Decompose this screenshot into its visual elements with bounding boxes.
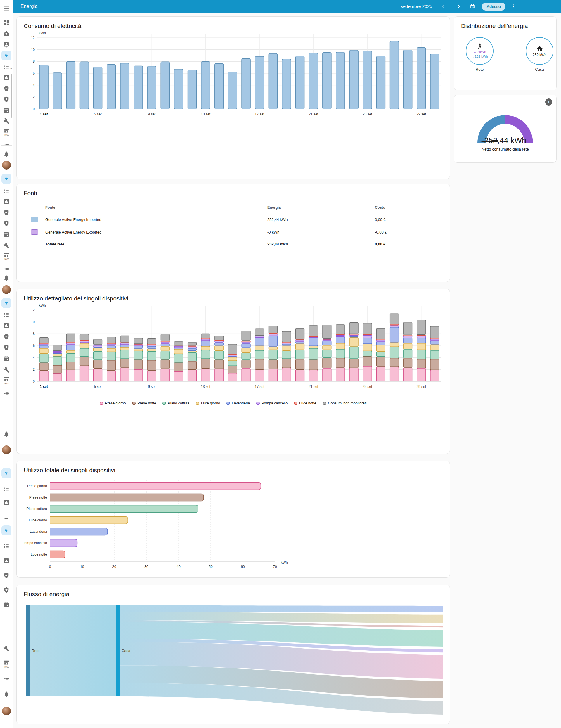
sidebar-item-lightning-bolt[interactable] <box>0 173 13 184</box>
svg-text:4: 4 <box>33 356 35 360</box>
legend-item[interactable]: Consumi non monitorati <box>323 401 367 405</box>
sidebar-item-bell[interactable] <box>0 689 13 700</box>
sidebar-item-home-shield[interactable] <box>0 585 13 596</box>
next-period-button[interactable] <box>453 1 464 12</box>
calendar-picker-button[interactable] <box>467 1 478 12</box>
sidebar-item-history-chart[interactable] <box>0 497 13 508</box>
sidebar-item-partial[interactable] <box>0 261 13 272</box>
user-avatar[interactable] <box>0 444 13 455</box>
gauge-chart: 252,44 kWhNetto consumato dalla rete <box>458 98 552 157</box>
sidebar-item-bell[interactable] <box>0 428 13 440</box>
sidebar-item-arc[interactable] <box>0 511 13 523</box>
sidebar-item-hacs-store[interactable]: HACS <box>0 375 13 386</box>
history-chart-icon <box>3 322 10 329</box>
sidebar-item-todo-list[interactable] <box>0 541 13 552</box>
sidebar-item-history-chart[interactable] <box>0 320 13 331</box>
sidebar-item-calendar[interactable] <box>0 105 13 116</box>
sidebar-item-partial[interactable] <box>0 386 13 397</box>
sidebar-item-todo-list[interactable] <box>0 61 13 72</box>
sidebar-item-shield-check[interactable] <box>0 570 13 581</box>
sidebar-item-todo-list[interactable] <box>0 185 13 196</box>
sidebar-item-bell[interactable] <box>0 272 13 283</box>
chevron-right-icon <box>456 4 461 9</box>
legend-item[interactable]: Prese giorno <box>100 401 126 405</box>
sidebar-item-hacs-store[interactable]: HACS <box>0 658 13 669</box>
sidebar-item-hacs-store[interactable]: HACS <box>0 250 13 262</box>
sidebar-item-dashboard[interactable] <box>0 17 13 28</box>
user-avatar[interactable] <box>0 160 13 171</box>
svg-text:12: 12 <box>31 308 35 312</box>
home-node[interactable]: 252 kWh <box>526 37 553 65</box>
distribution-diagram: ←0 kWh →252 kWh 252 kWh Rete Casa <box>461 37 549 75</box>
legend-dot <box>196 402 199 405</box>
sidebar-item-lightning-bolt[interactable] <box>0 50 13 61</box>
svg-text:17 set: 17 set <box>255 112 264 116</box>
sidebar: ▲ HACSHACSHACSHACS <box>0 0 13 728</box>
now-button[interactable]: Adesso <box>482 3 505 11</box>
sidebar-item-wrench[interactable] <box>0 116 13 127</box>
card-title: Fonti <box>24 190 443 197</box>
sidebar-item-wrench[interactable] <box>0 643 13 654</box>
user-avatar[interactable] <box>0 284 13 295</box>
sidebar-item-hacs-store[interactable]: HACS <box>0 126 13 137</box>
legend-item[interactable]: Lavanderia <box>226 401 250 405</box>
legend-item[interactable]: Pompa cancello <box>256 401 288 405</box>
sidebar-item-home-shield[interactable] <box>0 218 13 229</box>
svg-text:21 set: 21 set <box>309 385 318 389</box>
sidebar-item-calendar[interactable] <box>0 353 13 364</box>
legend-item[interactable]: Luce notte <box>294 401 316 405</box>
flow-node-rete[interactable] <box>26 605 30 696</box>
grid-export-value: ←0 kWh <box>473 50 486 54</box>
legend-label: Piano cottura <box>168 401 189 405</box>
grid-node[interactable]: ←0 kWh →252 kWh <box>466 37 494 65</box>
svg-text:Piano cottura: Piano cottura <box>26 507 47 511</box>
legend-item[interactable]: Luce giorno <box>196 401 220 405</box>
sidebar-item-history-chart[interactable] <box>0 196 13 207</box>
sidebar-item-calendar[interactable] <box>0 599 13 610</box>
device-hbar-chart: 010203040506070kWhPrese giornoPrese nott… <box>24 474 443 570</box>
sidebar-item-home-shield[interactable] <box>0 94 13 105</box>
user-avatar[interactable] <box>0 705 13 717</box>
sidebar-item-wrench[interactable] <box>0 364 13 375</box>
transmission-tower-icon <box>477 43 483 50</box>
sidebar-item-person-badge[interactable] <box>0 39 13 50</box>
previous-period-button[interactable] <box>439 1 449 12</box>
flow-node-casa[interactable] <box>116 605 120 696</box>
info-icon[interactable]: i <box>545 98 552 106</box>
sidebar-item-wrench[interactable] <box>0 240 13 251</box>
hacs-store-icon <box>3 128 10 134</box>
shield-check-icon <box>3 572 10 579</box>
svg-text:5 set: 5 set <box>94 112 102 116</box>
history-chart-icon <box>3 499 10 506</box>
sidebar-item-history-chart[interactable] <box>0 555 13 566</box>
sidebar-item-todo-list[interactable] <box>0 483 13 494</box>
overflow-menu-button[interactable] <box>508 1 519 12</box>
table-row[interactable]: Generale Active Energy Exported -0 kWh -… <box>24 226 443 238</box>
chart-legend: Prese giornoPrese nottePiano cotturaLuce… <box>24 401 443 405</box>
sidebar-item-calendar[interactable] <box>0 229 13 240</box>
legend-item[interactable]: Piano cottura <box>162 401 189 405</box>
home-icon <box>536 45 543 52</box>
sidebar-item-shield-check[interactable] <box>0 207 13 218</box>
sidebar-item-menu[interactable] <box>0 3 13 14</box>
sidebar-item-shield-check[interactable] <box>0 331 13 342</box>
todo-list-icon <box>3 187 10 194</box>
sidebar-item-partial[interactable] <box>0 671 13 682</box>
sidebar-item-partial[interactable] <box>0 137 13 148</box>
history-chart-icon <box>3 74 10 81</box>
todo-list-icon <box>3 63 10 70</box>
sidebar-item-lightning-bolt[interactable] <box>0 468 13 479</box>
sidebar-item-energy-leaf[interactable] <box>0 28 13 39</box>
column-fonte: Fonte <box>45 205 55 210</box>
sidebar-item-todo-list[interactable] <box>0 309 13 320</box>
sidebar-item-home-shield[interactable] <box>0 342 13 353</box>
sidebar-item-lightning-bolt[interactable] <box>0 525 13 536</box>
table-row[interactable]: Generale Active Energy Imported 252,44 k… <box>24 213 443 226</box>
card-title: Utilizzo dettagliato dei singoli disposi… <box>24 295 443 302</box>
sidebar-item-history-chart[interactable] <box>0 72 13 83</box>
home-consumption-value: 252 kWh <box>533 53 546 57</box>
legend-item[interactable]: Prese notte <box>132 401 156 405</box>
sidebar-item-shield-check[interactable] <box>0 83 13 94</box>
sidebar-item-bell[interactable] <box>0 148 13 160</box>
sidebar-item-lightning-bolt[interactable] <box>0 298 13 309</box>
